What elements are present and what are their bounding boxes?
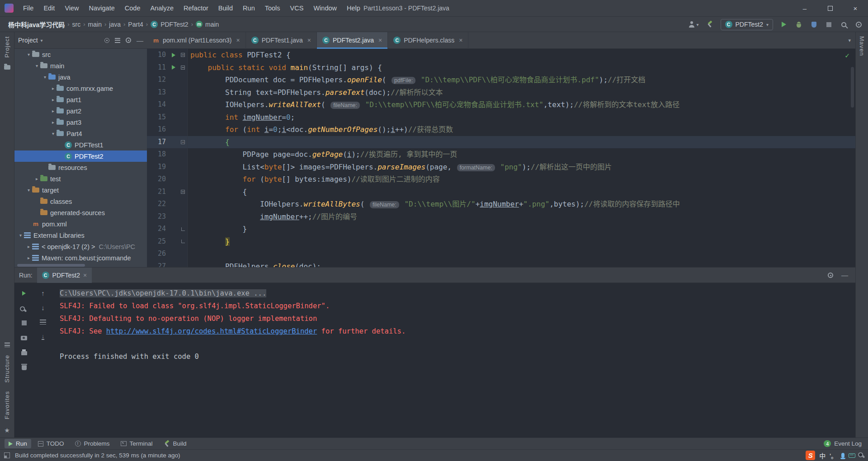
toolwindow-terminal[interactable]: Terminal [117, 439, 157, 448]
line-number[interactable]: 10 [147, 49, 169, 61]
chevron-down-icon[interactable]: ▾ [25, 52, 32, 57]
code-line-21[interactable]: 21− { [147, 186, 855, 198]
debug-button[interactable] [795, 19, 803, 29]
toolwindow-problems[interactable]: !Problems [71, 439, 114, 448]
menu-analyze[interactable]: Analyze [145, 0, 179, 16]
close-tab-icon[interactable]: × [459, 37, 462, 44]
menu-run[interactable]: Run [238, 0, 260, 16]
locate-file-icon[interactable] [104, 38, 109, 43]
toolwindow-switcher-icon[interactable] [4, 452, 10, 458]
wrench-icon[interactable] [859, 452, 865, 458]
run-settings-wrench-button[interactable] [21, 305, 27, 312]
tab-pdftest2-java[interactable]: CPDFTest2.java× [317, 32, 388, 49]
tree-item-part3[interactable]: ▸part3 [14, 117, 147, 128]
tree-item-openjdk-17-2[interactable]: ▸< openjdk-17 (2) >C:\Users\PC [14, 241, 147, 252]
line-number[interactable]: 20 [147, 173, 169, 186]
build-project-button[interactable] [706, 19, 714, 29]
pin-icon[interactable] [5, 343, 10, 347]
project-tool-icon[interactable] [4, 65, 10, 70]
line-number[interactable]: 18 [147, 148, 169, 161]
line-number[interactable]: 15 [147, 111, 169, 124]
tree-item-part1[interactable]: ▸part1 [14, 94, 147, 105]
line-number[interactable]: 26 [147, 248, 169, 260]
editor-scrollbar[interactable] [851, 67, 854, 108]
clear-console-button[interactable] [22, 364, 27, 372]
fold-marker-icon[interactable]: − [179, 136, 188, 149]
tree-item-part2[interactable]: ▸part2 [14, 105, 147, 117]
menu-window[interactable]: Window [308, 0, 342, 16]
tree-item-external-libraries[interactable]: ▾External Libraries [14, 230, 147, 241]
code-line-15[interactable]: 15 int imgNumber=0; [147, 111, 855, 124]
close-run-tab-icon[interactable]: × [83, 272, 87, 279]
line-number[interactable]: 12 [147, 74, 169, 86]
maven-toolwindow-button[interactable]: Maven [859, 36, 865, 56]
breadcrumb-1-src[interactable]: src [71, 21, 83, 28]
favorites-toolwindow-button[interactable]: Favorites [4, 391, 10, 419]
tree-item-main[interactable]: ▾main [14, 60, 147, 71]
code-line-19[interactable]: 19 List<byte[]> images=PDFHelpers.parseI… [147, 161, 855, 174]
sogou-logo-icon[interactable]: S [806, 451, 815, 460]
line-number[interactable]: 13 [147, 86, 169, 99]
tree-item-classes[interactable]: classes [14, 196, 147, 207]
menu-help[interactable]: Help [342, 0, 365, 16]
project-toolwindow-button[interactable]: Project [4, 36, 10, 57]
close-tab-icon[interactable]: × [236, 37, 240, 44]
tab-pom-xml-part1lesson3[interactable]: mpom.xml (Part1Lesson3)× [147, 32, 246, 49]
chevron-right-icon[interactable]: ▸ [25, 255, 32, 260]
code-line-14[interactable]: 14 IOHelpers.writeAllText( fileName: "D:… [147, 99, 855, 111]
run-button[interactable] [780, 19, 788, 29]
breadcrumb-3-java[interactable]: java [107, 21, 123, 28]
fold-marker-icon[interactable] [179, 235, 188, 248]
line-number[interactable]: 27 [147, 260, 169, 268]
code-line-24[interactable]: 24 } [147, 223, 855, 235]
chevron-right-icon[interactable]: ▸ [25, 244, 32, 249]
breadcrumb-6-main[interactable]: mmain [194, 21, 221, 28]
stop-button[interactable] [825, 19, 833, 29]
event-log-button[interactable]: 4 Event Log [824, 440, 862, 447]
chevron-right-icon[interactable]: ▸ [50, 120, 57, 125]
fold-marker-icon[interactable]: − [179, 186, 188, 198]
stop-process-button[interactable] [22, 320, 27, 327]
line-number[interactable]: 24 [147, 223, 169, 235]
toolwindow-todo[interactable]: TODO [34, 439, 68, 448]
tree-item-java[interactable]: ▾java [14, 71, 147, 83]
fold-marker-icon[interactable]: − [179, 61, 188, 74]
line-number[interactable]: 23 [147, 211, 169, 223]
code-line-23[interactable]: 23 imgNumber++;//图片的编号 [147, 211, 855, 223]
menu-tools[interactable]: Tools [260, 0, 285, 16]
line-number[interactable]: 21 [147, 186, 169, 198]
chevron-down-icon[interactable]: ▾ [41, 38, 43, 43]
code-line-13[interactable]: 13 String text=PDFHelpers.parseText(doc)… [147, 86, 855, 99]
code-line-18[interactable]: 18 PDPage page=doc.getPage(i);//挨页遍历, 拿到… [147, 148, 855, 161]
code-line-16[interactable]: 16 for (int i=0;i<doc.getNumberOfPages()… [147, 123, 855, 136]
menu-build[interactable]: Build [213, 0, 238, 16]
scroll-to-end-button[interactable]: ↓ [42, 334, 45, 340]
tree-item-pdftest2[interactable]: CPDFTest2 [14, 151, 147, 162]
tab-pdftest1-java[interactable]: CPDFTest1.java× [246, 32, 317, 49]
chevron-down-icon[interactable]: ▾ [25, 188, 32, 193]
tree-item-src[interactable]: ▾src [14, 49, 147, 60]
tree-item-generated-sources[interactable]: generated-sources [14, 207, 147, 218]
tree-item-test[interactable]: ▸test [14, 173, 147, 184]
line-number[interactable]: 17 [147, 136, 169, 149]
tree-item-maven-com-beust-jcommande[interactable]: ▸Maven: com.beust:jcommande [14, 252, 147, 263]
code-line-17[interactable]: 17− { [147, 136, 855, 149]
code-line-22[interactable]: 22 IOHelpers.writeAllBytes( fileName: "D… [147, 198, 855, 211]
user-button[interactable]: ▾ [689, 19, 698, 29]
code-line-20[interactable]: 20 for (byte[] bytes:images)//读取到图片二进制的内… [147, 173, 855, 186]
minimize-button[interactable]: – [792, 0, 817, 16]
chevron-down-icon[interactable]: ▾ [42, 75, 48, 80]
inspections-ok-icon[interactable]: ✓ [845, 51, 849, 60]
hidden-tabs-dropdown-icon[interactable]: ▾ [848, 38, 851, 43]
run-line-icon[interactable] [169, 61, 179, 74]
tree-item-resources[interactable]: resources [14, 162, 147, 173]
coverage-button[interactable] [810, 19, 818, 29]
breadcrumb-2-main[interactable]: main [86, 21, 104, 28]
search-everywhere-button[interactable] [840, 19, 848, 29]
close-tab-icon[interactable]: × [378, 37, 382, 44]
line-number[interactable]: 11 [147, 61, 169, 74]
tree-horizontal-scrollbar[interactable] [14, 264, 147, 267]
toolwindow-run[interactable]: Run [5, 439, 31, 448]
punctuation-button[interactable]: '。 [830, 451, 837, 460]
maximize-button[interactable] [817, 0, 843, 16]
